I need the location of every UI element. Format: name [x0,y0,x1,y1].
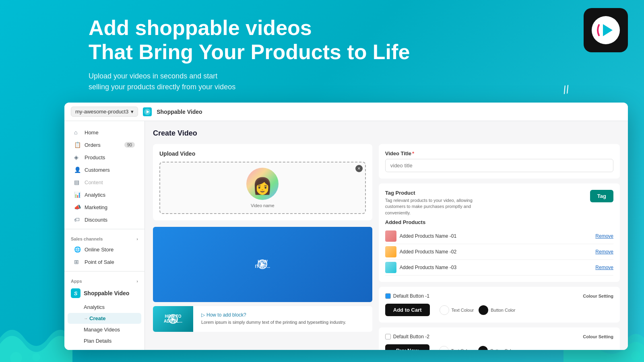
sidebar-section-apps: Apps › [64,275,144,285]
sidebar-arrow: → [84,316,88,321]
upload-section: Upload Video × 👩 Video name [153,144,372,220]
sidebar: ⌂ Home 📋 Orders 90 ◈ Products 👤 Customer… [64,121,145,350]
video-info-2: ▷ How to add block? Lorem ipsum is simpl… [197,309,372,329]
tag-product-desc: Tag relevant products to your video, all… [385,197,474,216]
sidebar-app-icon-sm: S [71,288,80,298]
remove-btn-3[interactable]: Remove [595,265,613,270]
product-name-1: Added Products Name -01 [400,233,592,239]
video-list: HOWIT WO... ▶ ▷ How it work Lorem ipsum … [153,227,372,332]
video-item-1: HOWIT WO... ▶ ▷ How it work Lorem ipsum … [153,227,372,302]
page-title: Create Video [153,129,620,138]
orders-badge: 90 [124,142,135,148]
btn1-checkbox[interactable] [385,293,391,299]
btn2-row: Default Button -2 Colour Setting [385,334,613,339]
btn1-row: Default Button -1 Colour Setting [385,293,613,299]
tag-product-header: Tag Product Tag relevant products to you… [385,190,613,216]
product-thumb-2 [385,246,396,257]
sidebar-item-pos[interactable]: ⊞ Point of Sale [68,256,141,268]
sidebar-divider-1 [64,229,144,229]
upload-close-btn[interactable]: × [355,165,363,172]
button1-settings: Default Button -1 Colour Setting Add to … [379,287,620,323]
video-title-2: ▷ How to add block? [201,312,368,318]
play-btn-2[interactable]: ▶ [168,314,178,324]
product-row-2: Added Products Name -02 Remove [385,244,613,260]
topbar-app-icon [143,107,152,116]
button2-settings: Default Button -2 Colour Setting Buy Now… [379,327,620,350]
products-icon: ◈ [74,154,81,160]
tag-product-section: Tag Product Tag relevant products to you… [379,183,620,282]
hero-section: Add shoppable videos That Bring Your Pro… [0,0,644,109]
product-row-3: Added Products Name -03 Remove [385,260,613,276]
remove-btn-1[interactable]: Remove [595,233,613,239]
btn2-checkbox-label[interactable]: Default Button -2 [385,334,438,339]
upload-box[interactable]: × 👩 Video name [159,162,366,214]
btn1-text-colour-circle[interactable] [440,305,449,315]
product-name-3: Added Products Name -03 [400,265,592,270]
sidebar-sub-plan[interactable]: Plan Details [68,335,141,346]
online-store-icon: 🌐 [74,246,81,253]
tag-button[interactable]: Tag [590,190,613,202]
required-star: * [412,150,414,156]
sidebar-item-online-store[interactable]: 🌐 Online Store [68,243,141,255]
btn2-text-colour-circle[interactable] [439,346,449,350]
ui-window: my-awesome-product3 ▾ Shoppable Video ⌂ … [64,103,628,350]
sidebar-item-content[interactable]: ▤ Content [68,176,141,188]
remove-btn-2[interactable]: Remove [595,249,613,255]
sidebar-item-orders[interactable]: 📋 Orders 90 [68,139,141,151]
sidebar-item-customers[interactable]: 👤 Customers [68,164,141,176]
video-desc-2: Lorem ipsum is simply dummy text of the … [201,319,368,325]
sidebar-item-products[interactable]: ◈ Products [68,151,141,163]
sidebar-sub-manage[interactable]: Manage Videos [68,324,141,335]
add-to-cart-button[interactable]: Add to Cart [385,304,430,316]
sidebar-item-home[interactable]: ⌂ Home [68,126,141,138]
video-play-icon-2: ▷ [201,312,205,318]
sidebar-item-discounts[interactable]: 🏷 Discounts [68,214,141,226]
btn2-colour-setting-label: Colour Setting [583,334,613,339]
btn1-checkbox-label[interactable]: Default Button -1 [385,293,438,299]
wave-decoration-left [0,314,72,362]
btn1-btn-colour-option: Button Color [479,305,515,315]
video-title-input[interactable] [385,159,613,172]
btn1-text-colour-option: Text Colour [440,305,474,315]
home-icon: ⌂ [74,129,81,136]
apps-expand-icon: › [136,279,138,284]
content-columns: Upload Video × 👩 Video name [153,144,620,350]
sidebar-sub-analytics[interactable]: Analytics [68,302,141,313]
btn2-text-colour-option: Text Colour [439,346,474,350]
added-products-label: Added Products [385,219,613,225]
video-title-label: Video Title * [385,150,613,156]
store-selector-chevron: ▾ [131,109,134,115]
main-layout: ⌂ Home 📋 Orders 90 ◈ Products 👤 Customer… [64,121,628,350]
sidebar-item-analytics[interactable]: 📊 Analytics [68,189,141,201]
svg-point-3 [32,353,40,361]
topbar-app-name: Shoppable Video [157,109,202,115]
btn1-btn-colour-circle[interactable] [479,305,488,315]
btn2-btn-colour-option: Button Color [478,346,515,350]
hero-title: Add shoppable videos That Bring Your Pro… [89,16,620,64]
sidebar-section-sales-channels: Sales channels › [64,232,144,243]
video-thumb-2: HOW TOADD BL... ▶ [153,306,193,332]
topbar: my-awesome-product3 ▾ Shoppable Video [64,103,628,121]
hero-subtitle: Upload your videos in seconds and start … [89,71,620,93]
product-thumb-1 [385,230,396,242]
btn2-checkbox[interactable] [385,334,391,339]
analytics-icon: 📊 [74,191,81,198]
buy-now-button[interactable]: Buy Now [385,344,429,350]
video-title-section: Video Title * [379,144,620,179]
upload-filename: Video name [251,203,275,208]
btn1-colour-setting-label: Colour Setting [583,294,613,298]
preview-person: 👩 [252,177,272,195]
products-list: Added Products Name -01 Remove Added Pro… [385,228,613,276]
marketing-icon: 📣 [74,204,81,210]
expand-icon: › [136,237,138,241]
orders-icon: 📋 [74,142,81,148]
sidebar-sub-create[interactable]: → Create [68,313,141,324]
sidebar-sub-support[interactable]: Support [68,347,141,350]
sidebar-item-marketing[interactable]: 📣 Marketing [68,201,141,213]
pos-icon: ⊞ [74,259,81,265]
sidebar-app-header: S Shoppable Video [64,285,144,301]
store-selector[interactable]: my-awesome-product3 ▾ [71,107,138,117]
btn2-btn-colour-circle[interactable] [478,346,488,350]
video-thumb-1: HOWIT WO... ▶ [153,227,372,302]
customers-icon: 👤 [74,167,81,173]
